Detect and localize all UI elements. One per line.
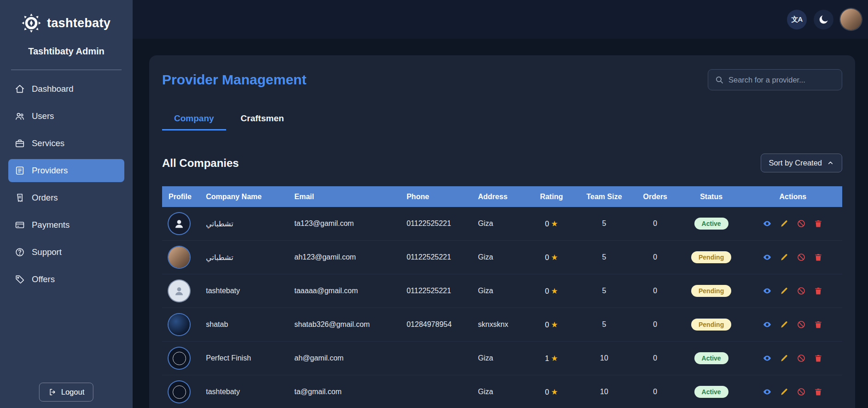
sidebar-item-users[interactable]: Users [8, 105, 124, 128]
sidebar-item-dashboard[interactable]: Dashboard [8, 77, 124, 101]
team-size-cell: 10 [577, 354, 631, 362]
company-name-cell: Perfect Finish [199, 354, 288, 362]
logout-button[interactable]: Logout [39, 383, 93, 402]
edit-button[interactable] [780, 219, 789, 228]
email-cell: shatab326@gmail.com [288, 320, 400, 329]
status-cell: Active [679, 352, 743, 364]
sidebar-item-label: Users [32, 111, 54, 121]
search-input[interactable] [728, 76, 835, 84]
sidebar-item-payments[interactable]: Payments [8, 213, 124, 237]
sidebar-item-offers[interactable]: Offers [8, 268, 124, 291]
column-header: Actions [744, 193, 842, 201]
sort-by-created-button[interactable]: Sort by Created [761, 154, 842, 172]
edit-button[interactable] [780, 320, 789, 329]
companies-table: ProfileCompany NameEmailPhoneAddressRati… [162, 186, 842, 408]
delete-button[interactable] [814, 286, 823, 296]
company-avatar [169, 381, 190, 402]
table-row: Perfect Finishah@gamil.comGiza1★100Activ… [162, 342, 842, 375]
delete-button[interactable] [814, 354, 823, 363]
view-button[interactable] [763, 354, 772, 363]
table-row: tashtebatytaaaaa@gmail.com01122525221Giz… [162, 274, 842, 308]
translate-icon[interactable]: 文A [787, 10, 807, 30]
user-avatar[interactable] [840, 9, 862, 30]
address-cell: Giza [472, 388, 526, 396]
address-cell: Giza [472, 354, 526, 362]
brand-name: tashtebaty [47, 16, 111, 30]
block-button[interactable] [797, 219, 806, 228]
company-name-cell: tashtebaty [199, 388, 288, 396]
email-cell: ah@gamil.com [288, 354, 400, 362]
table-body: تشطباتيta123@gamil.com01122525221Giza0★5… [162, 207, 842, 408]
orders-cell: 0 [631, 388, 679, 396]
sidebar-item-label: Support [32, 247, 62, 257]
column-header: Rating [526, 193, 577, 201]
view-button[interactable] [763, 320, 772, 329]
delete-button[interactable] [814, 219, 823, 228]
orders-icon [15, 193, 25, 203]
address-cell: Giza [472, 253, 526, 261]
status-cell: Pending [679, 319, 743, 331]
sidebar-item-providers[interactable]: Providers [8, 159, 124, 182]
delete-button[interactable] [814, 253, 823, 262]
profile-cell [162, 348, 199, 369]
block-button[interactable] [797, 286, 806, 296]
status-cell: Active [679, 218, 743, 230]
table-header: ProfileCompany NameEmailPhoneAddressRati… [162, 186, 842, 207]
sidebar-item-label: Dashboard [32, 84, 74, 94]
team-size-cell: 5 [577, 219, 631, 228]
edit-button[interactable] [780, 387, 789, 396]
status-cell: Pending [679, 285, 743, 297]
block-button[interactable] [797, 320, 806, 329]
view-button[interactable] [763, 219, 772, 228]
phone-cell: 01122525221 [400, 219, 472, 228]
status-badge: Active [694, 352, 728, 364]
view-button[interactable] [763, 387, 772, 396]
sidebar-item-orders[interactable]: Orders [8, 186, 124, 209]
delete-button[interactable] [814, 320, 823, 329]
status-badge: Pending [691, 319, 731, 331]
sidebar-item-label: Orders [32, 193, 58, 203]
edit-button[interactable] [780, 354, 789, 363]
email-cell: taaaaa@gmail.com [288, 287, 400, 295]
topbar: 文A [133, 0, 868, 39]
star-icon: ★ [551, 253, 558, 262]
edit-button[interactable] [780, 253, 789, 262]
phone-cell: 01122525221 [400, 253, 472, 261]
email-cell: ta@gmail.com [288, 388, 400, 396]
sidebar-item-label: Payments [32, 220, 70, 230]
edit-button[interactable] [780, 286, 789, 296]
search-icon [715, 75, 724, 84]
company-avatar [169, 247, 190, 268]
dark-mode-moon-icon[interactable] [814, 10, 833, 30]
email-cell: ah123@gamil.com [288, 253, 400, 261]
providers-icon [15, 166, 25, 176]
column-header: Address [472, 193, 526, 201]
view-button[interactable] [763, 286, 772, 296]
sidebar-item-support[interactable]: Support [8, 241, 124, 264]
rating-cell: 0★ [526, 253, 577, 262]
team-size-cell: 5 [577, 253, 631, 261]
page-title: Provider Management [162, 72, 306, 88]
block-button[interactable] [797, 253, 806, 262]
phone-cell: 01284978954 [400, 320, 472, 329]
column-header: Phone [400, 193, 472, 201]
tab-company[interactable]: Company [162, 113, 226, 130]
rating-cell: 0★ [526, 320, 577, 330]
offers-icon [15, 274, 25, 284]
block-button[interactable] [797, 354, 806, 363]
table-row: تشطباتيta123@gamil.com01122525221Giza0★5… [162, 207, 842, 241]
star-icon: ★ [551, 219, 558, 228]
email-cell: ta123@gamil.com [288, 219, 400, 228]
sidebar-item-services[interactable]: Services [8, 132, 124, 155]
delete-button[interactable] [814, 387, 823, 396]
section-title: All Companies [162, 157, 239, 170]
brand: tashtebaty [0, 0, 133, 33]
chevron-up-icon [827, 159, 834, 167]
tab-craftsmen[interactable]: Craftsmen [229, 113, 296, 130]
view-button[interactable] [763, 253, 772, 262]
status-badge: Active [694, 218, 728, 230]
team-size-cell: 10 [577, 388, 631, 396]
gear-logo-icon [21, 13, 41, 33]
block-button[interactable] [797, 387, 806, 396]
logout-icon [48, 388, 57, 396]
